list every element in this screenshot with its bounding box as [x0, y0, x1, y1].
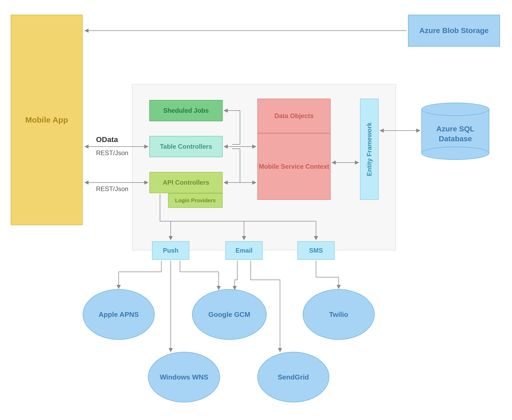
push-node: Push — [152, 241, 189, 260]
rest-json-label-1: REST/Json — [96, 149, 128, 157]
mobile-app-node: Mobile App — [11, 15, 83, 225]
apple-apns-node: Apple APNS — [83, 289, 155, 340]
sms-node: SMS — [297, 241, 335, 260]
odata-label: OData — [96, 135, 118, 144]
sendgrid-node: SendGrid — [257, 352, 329, 402]
mobile-service-context-node: Mobile Service Context — [257, 133, 331, 200]
rest-json-label-2: REST/Json — [96, 185, 128, 193]
entity-framework-label: Entity Framework — [366, 122, 373, 176]
api-controllers-node: API Controllers — [149, 172, 223, 193]
login-providers-node: Login Providers — [168, 193, 223, 208]
scheduled-jobs-node: Sheduled Jobs — [149, 100, 223, 121]
email-node: Email — [225, 241, 263, 260]
twilio-node: Twilio — [303, 289, 375, 340]
azure-sql-database-node: Azure SQL Database — [421, 103, 489, 160]
azure-blob-storage-node: Azure Blob Storage — [408, 15, 500, 47]
entity-framework-node: Entity Framework — [360, 99, 379, 200]
windows-wns-node: Windows WNS — [148, 352, 220, 402]
azure-sql-database-label: Azure SQL Database — [421, 113, 489, 155]
google-gcm-node: Google GCM — [192, 289, 267, 340]
data-objects-node: Data Objects — [257, 99, 331, 133]
table-controllers-node: Table Controllers — [149, 136, 223, 157]
